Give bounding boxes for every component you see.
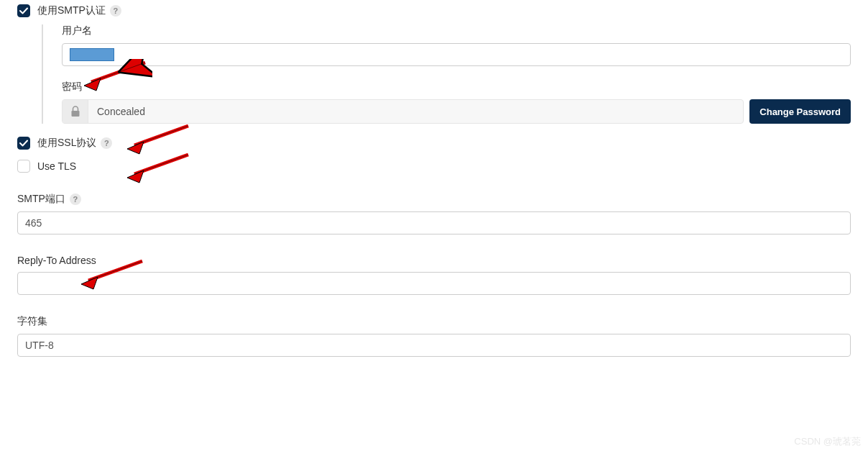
help-icon[interactable]: ?	[70, 193, 81, 205]
charset-label: 字符集	[17, 315, 851, 328]
tls-label[interactable]: Use TLS	[37, 160, 76, 172]
ssl-label[interactable]: 使用SSL协议	[37, 137, 96, 150]
change-password-button[interactable]: Change Password	[749, 99, 851, 124]
lock-icon	[63, 100, 88, 123]
check-icon	[19, 6, 28, 15]
charset-input[interactable]	[17, 334, 851, 357]
username-label: 用户名	[62, 24, 851, 37]
smtp-port-input[interactable]	[17, 211, 851, 234]
check-icon	[19, 139, 28, 147]
tls-checkbox[interactable]	[17, 160, 30, 173]
password-concealed-display: Concealed	[62, 99, 744, 124]
reply-to-label: Reply-To Address	[17, 255, 851, 266]
svg-rect-0	[71, 111, 79, 117]
help-icon[interactable]: ?	[110, 5, 121, 17]
username-input[interactable]	[62, 43, 851, 66]
password-text: Concealed	[88, 100, 154, 123]
smtp-port-label: SMTP端口	[17, 193, 65, 206]
reply-to-input[interactable]	[17, 272, 851, 295]
password-label: 密码	[62, 81, 851, 94]
smtp-auth-label[interactable]: 使用SMTP认证	[37, 4, 106, 17]
help-icon[interactable]: ?	[101, 137, 112, 149]
ssl-checkbox[interactable]	[17, 137, 30, 150]
smtp-auth-checkbox[interactable]	[17, 4, 30, 17]
